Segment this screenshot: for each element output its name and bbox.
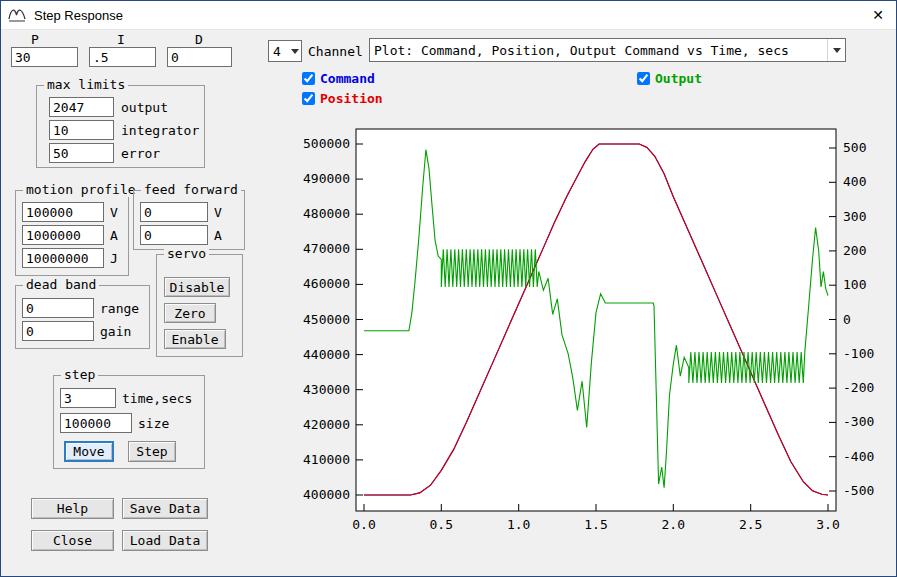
- svg-text:440000: 440000: [303, 347, 350, 362]
- svg-text:470000: 470000: [303, 241, 350, 256]
- step-time-input[interactable]: [60, 388, 116, 408]
- plot-select-value: Plot: Command, Position, Output Command …: [370, 43, 827, 58]
- svg-text:450000: 450000: [303, 312, 350, 327]
- svg-text:490000: 490000: [303, 171, 350, 186]
- profile-a-label: A: [110, 228, 118, 243]
- svg-text:-200: -200: [843, 380, 874, 395]
- svg-text:-300: -300: [843, 414, 874, 429]
- ff-a-input[interactable]: [140, 225, 208, 245]
- step-group-title: step: [61, 367, 98, 382]
- feed-forward-title: feed forward: [141, 182, 241, 197]
- load-data-button[interactable]: Load Data: [122, 530, 208, 551]
- svg-text:100: 100: [843, 277, 866, 292]
- svg-text:500000: 500000: [303, 136, 350, 151]
- svg-text:410000: 410000: [303, 452, 350, 467]
- svg-text:-500: -500: [843, 483, 874, 498]
- titlebar[interactable]: Step Response ✕: [1, 1, 896, 30]
- plot-select[interactable]: Plot: Command, Position, Output Command …: [369, 38, 846, 62]
- i-label: I: [117, 32, 125, 47]
- close-icon[interactable]: ✕: [860, 1, 896, 29]
- step-response-chart: 4000004100004200004300004400004500004600…: [301, 116, 891, 566]
- svg-text:3.0: 3.0: [816, 517, 839, 532]
- svg-text:0.5: 0.5: [430, 517, 453, 532]
- p-input[interactable]: [11, 47, 78, 67]
- profile-j-input[interactable]: [22, 248, 104, 268]
- app-icon: [7, 6, 27, 24]
- move-button[interactable]: Move: [64, 441, 114, 462]
- profile-a-input[interactable]: [22, 225, 104, 245]
- svg-text:430000: 430000: [303, 382, 350, 397]
- profile-v-label: V: [110, 205, 118, 220]
- svg-text:300: 300: [843, 209, 866, 224]
- output-checkbox-label: Output: [655, 71, 702, 86]
- output-checkbox-row: Output: [637, 71, 702, 86]
- dead-band-gain-input[interactable]: [22, 321, 94, 341]
- channel-value: 4: [269, 44, 289, 59]
- close-button[interactable]: Close: [31, 530, 114, 551]
- svg-text:420000: 420000: [303, 417, 350, 432]
- svg-text:1.0: 1.0: [507, 517, 530, 532]
- i-input[interactable]: [89, 47, 156, 67]
- window-title: Step Response: [34, 8, 123, 23]
- svg-text:-400: -400: [843, 449, 874, 464]
- max-error-input[interactable]: [49, 143, 114, 163]
- servo-title: servo: [164, 246, 209, 261]
- dead-band-range-label: range: [100, 301, 139, 316]
- profile-v-input[interactable]: [22, 202, 104, 222]
- servo-enable-button[interactable]: Enable: [164, 329, 226, 349]
- max-error-label: error: [121, 146, 160, 161]
- step-size-label: size: [138, 416, 169, 431]
- max-output-input[interactable]: [49, 97, 114, 117]
- servo-zero-button[interactable]: Zero: [164, 303, 216, 323]
- d-input[interactable]: [167, 47, 232, 67]
- svg-text:400: 400: [843, 174, 866, 189]
- svg-text:480000: 480000: [303, 206, 350, 221]
- max-integrator-input[interactable]: [49, 120, 114, 140]
- ff-v-label: V: [214, 205, 222, 220]
- position-checkbox-row: Position: [302, 91, 383, 106]
- svg-text:200: 200: [843, 243, 866, 258]
- profile-j-label: J: [110, 251, 118, 266]
- save-data-button[interactable]: Save Data: [122, 498, 208, 519]
- step-size-input[interactable]: [60, 413, 132, 433]
- command-checkbox-row: Command: [302, 71, 375, 86]
- motion-profile-title: motion profile: [23, 182, 139, 197]
- help-button[interactable]: Help: [31, 498, 114, 519]
- max-limits-title: max limits: [44, 77, 128, 92]
- svg-text:2.0: 2.0: [662, 517, 685, 532]
- ff-v-input[interactable]: [140, 202, 208, 222]
- svg-text:400000: 400000: [303, 487, 350, 502]
- command-checkbox[interactable]: [302, 72, 315, 85]
- svg-text:460000: 460000: [303, 276, 350, 291]
- dead-band-title: dead band: [23, 277, 99, 292]
- svg-text:500: 500: [843, 140, 866, 155]
- servo-disable-button[interactable]: Disable: [164, 277, 230, 297]
- svg-text:2.5: 2.5: [739, 517, 762, 532]
- position-checkbox-label: Position: [320, 91, 383, 106]
- svg-text:-100: -100: [843, 346, 874, 361]
- command-checkbox-label: Command: [320, 71, 375, 86]
- dead-band-range-input[interactable]: [22, 298, 94, 318]
- channel-label: Channel: [308, 44, 363, 59]
- svg-text:1.5: 1.5: [584, 517, 607, 532]
- output-checkbox[interactable]: [637, 72, 650, 85]
- chevron-down-icon: [827, 39, 845, 61]
- step-time-label: time,secs: [122, 391, 192, 406]
- max-integrator-label: integrator: [121, 123, 199, 138]
- position-checkbox[interactable]: [302, 92, 315, 105]
- ff-a-label: A: [214, 228, 222, 243]
- svg-text:0: 0: [843, 312, 851, 327]
- p-label: P: [31, 32, 39, 47]
- max-output-label: output: [121, 100, 168, 115]
- step-button[interactable]: Step: [128, 441, 176, 462]
- channel-select[interactable]: 4: [268, 40, 302, 62]
- chevron-down-icon: [289, 41, 301, 61]
- step-response-window: Step Response ✕ P I D 4 Channel Plot: Co…: [0, 0, 897, 577]
- svg-text:0.0: 0.0: [352, 517, 375, 532]
- d-label: D: [195, 32, 203, 47]
- dead-band-gain-label: gain: [100, 324, 131, 339]
